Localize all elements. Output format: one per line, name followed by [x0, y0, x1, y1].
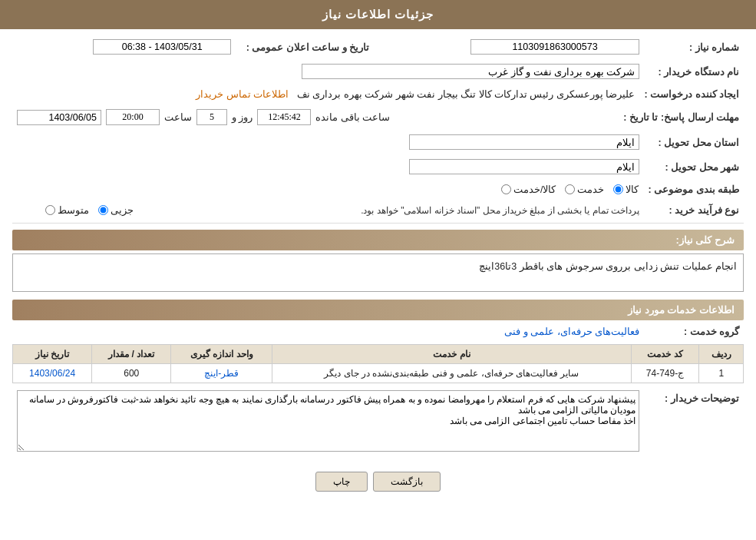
tabaqe-bandi-label: طبقه بندی موضوعی : — [643, 181, 744, 197]
khadamat-section-title: اطلاعات خدمات مورد نیاز — [628, 304, 735, 316]
shahr-tahvil-input[interactable] — [409, 159, 639, 174]
tozeehat-value: پیشنهاد شرکت هایی که فرم استعلام را مهرو… — [12, 388, 644, 456]
shomare-niaz-input[interactable] — [470, 39, 639, 55]
noe-farayand-desc: پرداخت تمام یا بخشی از مبلغ خریداز محل "… — [146, 205, 639, 216]
mohlat-ersal-value: ساعت باقی مانده روز و ساعت — [12, 107, 619, 128]
tozeehat-textarea[interactable]: پیشنهاد شرکت هایی که فرم استعلام را مهرو… — [17, 390, 639, 452]
main-content: شماره نیاز : تاریخ و ساعت اعلان عمومی : … — [0, 29, 756, 513]
back-button[interactable]: بازگشت — [373, 472, 441, 492]
cell-tarikh: 1403/06/24 — [13, 364, 92, 383]
tarikh-elan-value — [12, 37, 236, 57]
info-table-1: شماره نیاز : تاریخ و ساعت اعلان عمومی : — [12, 37, 744, 57]
info-table-5: استان محل تحویل : — [12, 132, 744, 152]
radio-khadamat-input[interactable] — [565, 184, 575, 194]
tozeehat-label: توضیحات خریدار : — [644, 388, 744, 456]
grohe-khadamat-link[interactable]: فعالیت‌های حرفه‌ای، علمی و فنی — [504, 326, 639, 337]
col-radif: ردیف — [699, 345, 744, 364]
radio-kala-khadamat-input[interactable] — [501, 184, 511, 194]
noe-farayand-label: نوع فرآیند خرید : — [644, 202, 744, 218]
radio-kala-khadamat[interactable]: کالا/خدمت — [501, 184, 556, 195]
rooz-input[interactable] — [196, 109, 227, 125]
nam-dastgah-label: نام دستگاه خریدار : — [644, 61, 744, 81]
radio-motavaset-input[interactable] — [45, 205, 55, 215]
tozeehat-table: توضیحات خریدار : پیشنهاد شرکت هایی که فر… — [12, 388, 744, 456]
cell-radif: 1 — [699, 364, 744, 383]
rooz-label: روز و — [232, 111, 253, 123]
shahr-tahvil-value — [58, 157, 644, 177]
khadamat-data-table: ردیف کد خدمت نام خدمت واحد اندازه گیری ت… — [12, 344, 744, 383]
radio-jozee-label: جزیی — [111, 204, 134, 216]
cell-vahed: قطر-اینچ — [171, 364, 272, 383]
ostan-tahvil-label: استان محل تحویل : — [644, 132, 744, 152]
tarikh-elan-label: تاریخ و ساعت اعلان عمومی : — [236, 37, 374, 57]
radio-kala[interactable]: کالا — [613, 184, 639, 195]
ostan-tahvil-input[interactable] — [409, 134, 639, 150]
info-table-7: طبقه بندی موضوعی : کالا/خدمت خدمت کالا — [12, 181, 744, 197]
grohe-khadamat-label: گروه خدمت : — [644, 323, 744, 340]
sharh-section-title: شرح کلی نیاز: — [675, 234, 735, 246]
table-row: 1 ج-749-74 سایر فعالیت‌های حرفه‌ای، علمی… — [13, 364, 744, 383]
col-vahed: واحد اندازه گیری — [171, 345, 272, 364]
info-table-4: مهلت ارسال پاسخ: تا تاریخ : ساعت باقی ما… — [12, 107, 744, 128]
shomare-niaz-label: شماره نیاز : — [644, 37, 744, 57]
saat-label: ساعت — [164, 111, 192, 123]
ijad-konande-value: علیرضا پورعسکری رئیس تدارکات کالا تنگ بی… — [12, 86, 639, 102]
shahr-tahvil-label: شهر محل تحویل : — [644, 157, 744, 177]
info-table-8: نوع فرآیند خرید : پرداخت تمام یا بخشی از… — [12, 202, 744, 218]
col-tedad: تعداد / مقدار — [92, 345, 171, 364]
radio-khadamat-label: خدمت — [577, 184, 604, 195]
baghimande-input[interactable] — [257, 109, 311, 125]
page-title: جزئیات اطلاعات نیاز — [322, 8, 434, 21]
noe-farayand-value: پرداخت تمام یا بخشی از مبلغ خریداز محل "… — [41, 202, 644, 218]
tabaqe-bandi-value: کالا/خدمت خدمت کالا — [83, 181, 644, 197]
print-button[interactable]: چاپ — [315, 472, 368, 492]
radio-kala-khadamat-label: کالا/خدمت — [513, 184, 556, 195]
ijad-konande-label: ایجاد کننده درخواست : — [639, 86, 744, 102]
mohlat-ersal-label: مهلت ارسال پاسخ: تا تاریخ : — [619, 107, 744, 128]
sharh-kolly-box: انجام عملیات تنش زدایی برروی سرجوش های ب… — [12, 253, 744, 292]
info-table-6: شهر محل تحویل : — [12, 157, 744, 177]
radio-khadamat[interactable]: خدمت — [565, 184, 604, 195]
sharh-kolly-text: انجام عملیات تنش زدایی برروی سرجوش های ب… — [479, 261, 737, 272]
nam-dastgah-value — [45, 61, 645, 81]
shomare-niaz-value — [374, 37, 644, 57]
farayand-radio-group: متوسط جزیی — [45, 204, 134, 216]
cell-tedad: 600 — [92, 364, 171, 383]
ettelaat-tamas-link[interactable]: اطلاعات تماس خریدار — [196, 89, 289, 100]
grohe-khadamat-value: فعالیت‌های حرفه‌ای، علمی و فنی — [12, 323, 644, 340]
cell-kod: ج-749-74 — [631, 364, 699, 383]
page-header: جزئیات اطلاعات نیاز — [0, 0, 756, 29]
tabaqe-radio-group: کالا/خدمت خدمت کالا — [87, 184, 639, 195]
ostan-tahvil-value — [58, 132, 644, 152]
buttons-row: بازگشت چاپ — [12, 461, 744, 505]
sharh-section-header: شرح کلی نیاز: — [12, 230, 744, 250]
col-tarikh: تاریخ نیاز — [13, 345, 92, 364]
radio-motavaset[interactable]: متوسط — [45, 204, 89, 216]
radio-kala-input[interactable] — [613, 184, 623, 194]
info-table-3: ایجاد کننده درخواست : علیرضا پورعسکری رئ… — [12, 86, 744, 102]
col-nam: نام خدمت — [272, 345, 631, 364]
radio-jozee[interactable]: جزیی — [98, 204, 134, 216]
page-wrapper: جزئیات اطلاعات نیاز شماره نیاز : تاریخ و… — [0, 0, 756, 540]
tarikh-elan-input[interactable] — [93, 39, 231, 55]
cell-nam: سایر فعالیت‌های حرفه‌ای، علمی و فنی طبقه… — [272, 364, 631, 383]
khadamat-section-header: اطلاعات خدمات مورد نیاز — [12, 300, 744, 320]
saat-input[interactable] — [106, 109, 160, 125]
nam-dastgah-input[interactable] — [302, 64, 639, 79]
col-kod: کد خدمت — [631, 345, 699, 364]
grohe-khadamat-table: گروه خدمت : فعالیت‌های حرفه‌ای، علمی و ف… — [12, 323, 744, 340]
radio-motavaset-label: متوسط — [58, 204, 89, 216]
info-table-2: نام دستگاه خریدار : — [12, 61, 744, 81]
tarikh-input[interactable] — [17, 110, 101, 125]
radio-kala-label: کالا — [626, 184, 639, 195]
baghimande-label: ساعت باقی مانده — [315, 111, 390, 123]
radio-jozee-input[interactable] — [98, 205, 108, 215]
ijad-konande-text: علیرضا پورعسکری رئیس تدارکات کالا تنگ بی… — [297, 89, 636, 100]
